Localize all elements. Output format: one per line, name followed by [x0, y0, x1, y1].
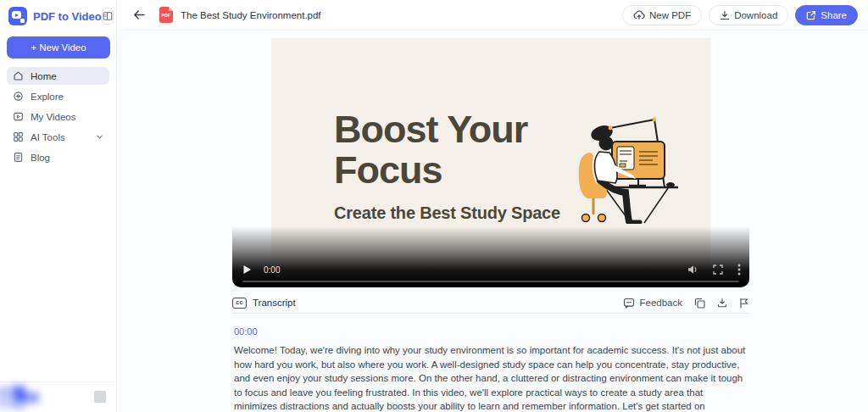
blog-icon	[13, 152, 24, 163]
ai-tools-icon	[13, 131, 24, 142]
volume-button[interactable]	[687, 264, 698, 275]
share-button[interactable]: Share	[795, 5, 858, 25]
back-button[interactable]	[131, 8, 147, 22]
share-icon	[806, 10, 816, 20]
sidebar-item-label: Blog	[31, 153, 50, 163]
logo-row: PDF to Video	[0, 0, 116, 31]
sidebar-item-label: AI Tools	[31, 132, 65, 142]
sidebar-footer	[0, 381, 116, 412]
chevron-down-icon	[96, 133, 103, 141]
more-options-icon	[737, 264, 741, 276]
flag-icon	[739, 298, 749, 309]
new-video-button[interactable]: + New Video	[7, 36, 110, 58]
collapse-sidebar-button[interactable]	[102, 8, 114, 25]
sidebar-item-label: Explore	[31, 92, 64, 102]
feedback-label: Feedback	[639, 298, 682, 308]
play-icon	[242, 264, 252, 275]
seek-bar[interactable]	[242, 281, 739, 283]
sidebar-item-label: My Videos	[31, 112, 75, 122]
app-title: PDF to Video	[33, 10, 102, 23]
transcript-body: 00:00 Welcome! Today, we're diving into …	[234, 323, 746, 412]
transcript-toolbar: cc Transcript Feedback	[232, 292, 749, 314]
app-window: PDF to Video + New Video Home Explore My…	[0, 0, 868, 412]
sidebar-item-blog[interactable]: Blog	[7, 148, 109, 166]
current-time: 0:00	[264, 265, 280, 275]
sidebar-item-label: Home	[31, 71, 57, 81]
download-transcript-icon	[717, 298, 727, 308]
transcript-title: Transcript	[253, 298, 296, 308]
my-videos-icon	[13, 111, 24, 122]
slide-title: Boost Your Focus	[334, 109, 588, 191]
explore-icon	[13, 91, 24, 102]
transcript-entry: 00:00 Welcome! Today, we're diving into …	[234, 323, 746, 412]
footer-placeholder-square	[94, 391, 106, 403]
sidebar-item-home[interactable]: Home	[7, 67, 109, 85]
transcript-timestamp[interactable]: 00:00	[234, 326, 258, 337]
video-player[interactable]: Boost Your Focus Create the Best Study S…	[232, 38, 749, 287]
topbar-actions: New PDF Download Share	[622, 5, 858, 25]
more-options-button[interactable]	[737, 264, 741, 276]
sidebar-nav: Home Explore My Videos AI Tools Blog	[0, 67, 116, 166]
volume-icon	[687, 264, 698, 275]
collapse-sidebar-icon	[103, 11, 113, 21]
app-logo-icon	[8, 7, 27, 25]
new-pdf-button[interactable]: New PDF	[622, 5, 702, 25]
feedback-button[interactable]: Feedback	[623, 298, 682, 309]
play-button[interactable]	[242, 264, 252, 275]
sidebar-item-ai-tools[interactable]: AI Tools	[7, 128, 109, 146]
download-icon	[720, 10, 730, 20]
slide-subtitle: Create the Best Study Space	[334, 203, 588, 223]
sidebar: PDF to Video + New Video Home Explore My…	[0, 0, 117, 412]
study-desk-illustration	[561, 109, 680, 224]
fullscreen-icon	[713, 264, 723, 275]
main-content: Boost Your Focus Create the Best Study S…	[118, 31, 868, 412]
file-name: The Best Study Environment.pdf	[181, 10, 321, 20]
home-icon	[13, 70, 24, 81]
back-arrow-icon	[133, 9, 146, 20]
download-label: Download	[734, 10, 777, 20]
cloud-upload-icon	[633, 10, 645, 19]
copy-icon	[694, 298, 705, 309]
sidebar-item-my-videos[interactable]: My Videos	[7, 108, 109, 125]
transcript-actions: Feedback	[623, 298, 749, 309]
download-button[interactable]: Download	[709, 5, 788, 25]
transcript-text: Welcome! Today, we're diving into why yo…	[234, 343, 746, 412]
slide-text: Boost Your Focus Create the Best Study S…	[334, 109, 588, 223]
cc-icon: cc	[232, 298, 247, 309]
fullscreen-button[interactable]	[713, 264, 723, 275]
loading-thumbnail	[0, 381, 53, 412]
topbar: PDF The Best Study Environment.pdf New P…	[118, 0, 868, 31]
flag-button[interactable]	[739, 298, 749, 309]
download-transcript-button[interactable]	[717, 298, 727, 308]
share-label: Share	[821, 10, 847, 20]
video-controls: 0:00	[242, 263, 741, 276]
divider	[232, 313, 749, 314]
sidebar-item-explore[interactable]: Explore	[7, 87, 109, 105]
new-pdf-label: New PDF	[649, 10, 691, 20]
pdf-file-icon: PDF	[159, 7, 173, 23]
video-gradient-overlay	[232, 226, 749, 287]
copy-transcript-button[interactable]	[694, 298, 705, 309]
feedback-icon	[623, 298, 635, 309]
